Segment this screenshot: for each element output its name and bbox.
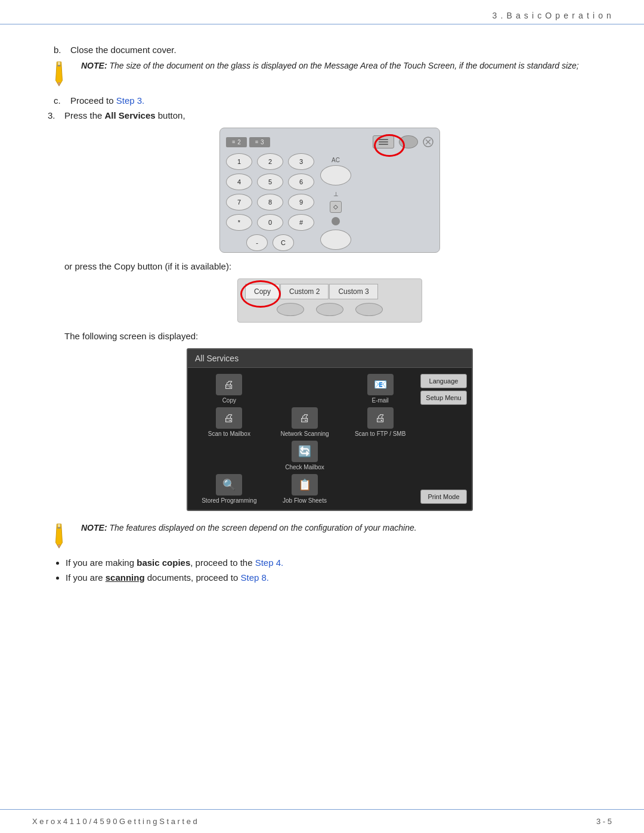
print-mode-btn[interactable]: Print Mode bbox=[420, 490, 467, 504]
key-1: 1 bbox=[226, 153, 252, 170]
row-star-0-hash: * 0 # bbox=[226, 214, 314, 231]
service-job-flow: 📋 Job Flow Sheets bbox=[268, 474, 342, 504]
keypad-box: ≡ 2 ≡ 3 bbox=[219, 128, 440, 253]
scan-mailbox-icon-box: 🖨 bbox=[216, 407, 242, 429]
stored-prog-label: Stored Programming bbox=[202, 497, 256, 504]
svg-rect-3 bbox=[57, 65, 61, 66]
key-5: 5 bbox=[257, 174, 283, 190]
svg-rect-4 bbox=[379, 139, 388, 140]
svg-marker-1 bbox=[57, 62, 61, 66]
key-9: 9 bbox=[288, 194, 314, 210]
step-c-label: c. bbox=[54, 95, 70, 106]
step8-link[interactable]: Step 8. bbox=[241, 572, 270, 583]
key-6: 6 bbox=[288, 174, 314, 190]
page-header: 3 . B a s i c O p e r a t i o n bbox=[0, 0, 644, 24]
job-flow-icon-box: 📋 bbox=[292, 474, 318, 496]
right-buttons bbox=[373, 135, 434, 148]
step-3-num: 3. bbox=[48, 110, 64, 120]
key-dot bbox=[332, 217, 340, 225]
check-mailbox-icon-box: 🔄 bbox=[292, 441, 318, 462]
scan-mailbox-icon: 🖨 bbox=[224, 412, 234, 425]
key-star: * bbox=[226, 214, 252, 231]
copy-icon: 🖨 bbox=[224, 379, 234, 391]
key-7: 7 bbox=[226, 194, 252, 210]
service-check-mailbox: 🔄 Check Mailbox bbox=[268, 441, 342, 470]
row-456: 4 5 6 bbox=[226, 174, 314, 190]
copy-tab: Copy bbox=[245, 284, 280, 299]
bullet-list: If you are making basic copies, proceed … bbox=[66, 558, 612, 583]
check-mailbox-label: Check Mailbox bbox=[285, 464, 324, 470]
service-email: 📧 E-mail bbox=[343, 374, 417, 404]
step-b: b. Close the document cover. bbox=[48, 45, 612, 55]
step-3: 3. Press the All Services button, bbox=[48, 110, 612, 120]
main-content: b. Close the document cover. NOTE: The s… bbox=[0, 24, 644, 605]
email-label: E-mail bbox=[371, 397, 388, 404]
network-scanning-icon-box: 🖨 bbox=[292, 407, 318, 429]
job-flow-icon: 📋 bbox=[298, 478, 311, 491]
service-scan-mailbox: 🖨 Scan to Mailbox bbox=[193, 407, 266, 437]
service-copy: 🖨 Copy bbox=[193, 374, 266, 404]
step-3-text: Press the All Services button, bbox=[64, 110, 185, 120]
note-text-2: NOTE: The features displayed on the scre… bbox=[81, 522, 417, 534]
check-mailbox-icon: 🔄 bbox=[298, 445, 311, 458]
key-3: 3 bbox=[288, 153, 314, 170]
step4-link[interactable]: Step 4. bbox=[255, 558, 284, 568]
scan-mailbox-label: Scan to Mailbox bbox=[208, 431, 250, 437]
svg-rect-5 bbox=[379, 141, 388, 143]
cancel-sym bbox=[423, 137, 434, 147]
note-body-1: The size of the document on the glass is… bbox=[107, 61, 579, 70]
service-empty-2 bbox=[193, 441, 266, 470]
key-hash: # bbox=[288, 214, 314, 231]
services-grid: 🖨 Copy 📧 E-mail 🖨 bbox=[193, 374, 420, 504]
services-sidebar: Language Setup Menu Print Mode bbox=[420, 374, 467, 504]
job-flow-label: Job Flow Sheets bbox=[283, 497, 327, 504]
bullet-1: If you are making basic copies, proceed … bbox=[66, 558, 612, 568]
header-title: 3 . B a s i c O p e r a t i o n bbox=[493, 11, 612, 20]
setup-menu-btn[interactable]: Setup Menu bbox=[420, 391, 467, 405]
pencil-icon-1 bbox=[48, 61, 70, 87]
copy-oval-1 bbox=[277, 303, 304, 316]
step3-link[interactable]: Step 3. bbox=[116, 95, 145, 106]
service-empty-3 bbox=[343, 441, 417, 470]
copy-oval-2 bbox=[316, 303, 343, 316]
custom2-tab: Custom 2 bbox=[280, 284, 329, 299]
email-icon-box: 📧 bbox=[367, 374, 394, 395]
page-footer: X e r o x 4 1 1 0 / 4 5 9 0 G e t t i n … bbox=[0, 809, 644, 833]
note-block-2: NOTE: The features displayed on the scre… bbox=[48, 522, 612, 549]
numpad-grid: 1 2 3 4 5 6 7 8 9 bbox=[226, 153, 314, 251]
step-c: c. Proceed to Step 3. bbox=[48, 95, 612, 106]
note2-body: The features displayed on the screen dep… bbox=[107, 523, 417, 532]
service-stored-programming: 🔍 Stored Programming bbox=[193, 474, 266, 504]
key-dash: - bbox=[246, 234, 268, 251]
svg-rect-13 bbox=[57, 527, 61, 528]
language-btn[interactable]: Language bbox=[420, 374, 467, 388]
step-c-text: Proceed to Step 3. bbox=[70, 95, 612, 106]
footer-left: X e r o x 4 1 1 0 / 4 5 9 0 G e t t i n … bbox=[32, 817, 197, 826]
stored-prog-icon: 🔍 bbox=[222, 478, 236, 491]
scan-ftp-label: Scan to FTP / SMB bbox=[355, 431, 405, 437]
tab-3: ≡ 3 bbox=[249, 137, 270, 147]
bullet-2: If you are scanning documents, proceed t… bbox=[66, 572, 612, 583]
circle-btn-top bbox=[399, 135, 418, 148]
key-2: 2 bbox=[257, 153, 283, 170]
key-ac bbox=[320, 165, 351, 185]
svg-rect-6 bbox=[379, 144, 388, 145]
all-services-header: All Services bbox=[188, 349, 472, 368]
note-prefix-1: NOTE: bbox=[81, 61, 107, 70]
footer-right: 3 - 5 bbox=[596, 817, 612, 826]
pencil-svg-2 bbox=[52, 523, 66, 549]
service-empty-1 bbox=[268, 374, 342, 404]
scanning-underline: scanning bbox=[106, 572, 145, 583]
copy-ovals bbox=[245, 303, 414, 316]
key-4: 4 bbox=[226, 174, 252, 190]
service-network-scanning: 🖨 Network Scanning bbox=[268, 407, 342, 437]
svg-marker-11 bbox=[57, 524, 61, 528]
copy-oval-3 bbox=[355, 303, 383, 316]
copy-tab-row: Copy Custom 2 Custom 3 bbox=[245, 284, 414, 299]
tab-2: ≡ 2 bbox=[226, 137, 247, 147]
scan-ftp-icon-box: 🖨 bbox=[367, 407, 394, 429]
menu-btn bbox=[373, 135, 394, 148]
email-icon: 📧 bbox=[374, 378, 387, 391]
copy-btn-box: Copy Custom 2 Custom 3 bbox=[237, 278, 422, 323]
numpad-area: 1 2 3 4 5 6 7 8 9 bbox=[226, 153, 434, 251]
